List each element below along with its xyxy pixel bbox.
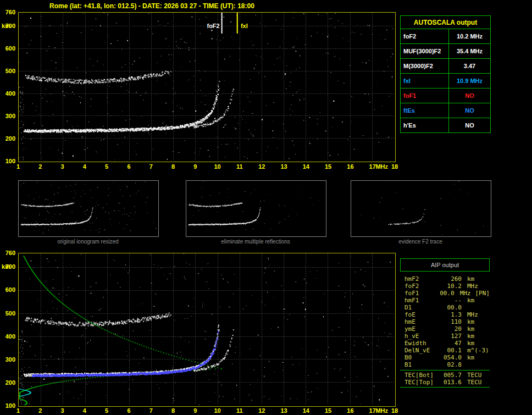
- x-tick: 13: [280, 164, 287, 170]
- param-unit: MHz: [460, 290, 471, 297]
- x-tick: 17: [369, 164, 376, 170]
- param-value: 00.0: [433, 290, 454, 297]
- x-tick: 15: [325, 408, 331, 414]
- y-tick: 400: [5, 333, 15, 339]
- param-extra: [PN]: [475, 290, 490, 297]
- x-tick: 16: [347, 164, 353, 170]
- param-label: B0: [404, 354, 437, 361]
- thumbnail-evidence-f2: [351, 180, 491, 237]
- main-plot-y-axis: 760 km 700 600 500 400 300 200 100: [0, 12, 17, 161]
- param-value: 260: [437, 275, 462, 283]
- aip-row: foF2 10.2 MHz: [404, 283, 490, 290]
- param-label: TEC[Bot]: [404, 372, 437, 379]
- x-tick: 9: [193, 164, 197, 170]
- thumbnail-caption: evidence F2 trace: [351, 239, 490, 245]
- param-unit: MHz: [467, 311, 478, 318]
- param-label: Ewidth: [404, 340, 437, 347]
- table-row: foF1 NO: [401, 88, 490, 103]
- y-tick: 200: [5, 135, 15, 141]
- param-label: hmF1: [404, 297, 437, 304]
- param-label: DelN_vE: [404, 347, 437, 354]
- param-value: 127: [437, 333, 462, 340]
- x-tick: 10: [214, 408, 221, 414]
- y-tick: 200: [5, 379, 15, 385]
- fxi-marker-label: fxI: [240, 23, 249, 30]
- y-tick: 760: [5, 9, 15, 15]
- param-value: NO: [449, 118, 490, 132]
- param-unit: MHz: [467, 283, 478, 290]
- aip-panel-title: AIP output: [400, 258, 490, 272]
- param-value: 1.3: [437, 311, 462, 318]
- thumbnail-evidence-canvas: [351, 181, 490, 235]
- param-unit: km: [467, 333, 474, 340]
- param-unit: m^(-3): [467, 347, 489, 354]
- x-tick: 5: [105, 408, 108, 414]
- x-tick: 11: [236, 408, 243, 414]
- param-value: --: [437, 297, 462, 304]
- thumbnail-original-canvas: [19, 181, 157, 235]
- aip-row: TEC[Top] 013.6 TECU: [404, 379, 490, 386]
- param-unit: TECU: [467, 372, 482, 379]
- param-value: 005.7: [437, 372, 462, 379]
- y-tick: 700: [5, 23, 15, 29]
- y-tick: 300: [5, 356, 15, 362]
- aip-separator: [400, 370, 490, 370]
- param-label: MUF(3000)F2: [401, 44, 449, 58]
- param-value: 054.0: [437, 354, 462, 361]
- param-value: NO: [449, 103, 490, 118]
- x-tick: 12: [258, 164, 265, 170]
- y-tick: 700: [5, 264, 15, 270]
- x-tick: 6: [127, 164, 130, 170]
- autoscala-screen: Rome (lat: +41.8, lon: 012.5) - DATE: 20…: [0, 0, 532, 415]
- param-unit: km: [467, 325, 474, 333]
- param-value: 00.0: [437, 304, 462, 311]
- x-tick: 12: [258, 408, 265, 414]
- y-tick: 300: [5, 113, 15, 119]
- x-tick: 17: [369, 408, 376, 414]
- param-value: 10.2: [437, 283, 462, 290]
- y-tick: 400: [5, 90, 15, 96]
- x-tick: 8: [171, 408, 175, 414]
- fof2-marker-label: foF2: [206, 23, 220, 30]
- aip-row: hmF2 260 km: [404, 275, 490, 283]
- thumbnail-caption: eliminate multiple reflections: [186, 239, 325, 245]
- param-unit: km: [467, 297, 474, 304]
- aip-row: hmE 110 km: [404, 318, 490, 325]
- x-tick: 18: [391, 164, 398, 170]
- param-label: hmE: [404, 318, 437, 325]
- x-tick: 4: [83, 408, 86, 414]
- x-tick: 5: [105, 164, 108, 170]
- aip-row: foF1 00.0 MHz [PN]: [404, 290, 490, 297]
- autoscala-output-panel: AUTOSCALA output foF2 10.2 MHz MUF(3000)…: [400, 15, 491, 133]
- profile-ionogram-plot: [18, 253, 396, 407]
- param-value: 02.8: [437, 361, 462, 368]
- param-value: 013.6: [437, 379, 462, 386]
- param-value: 3.47: [449, 59, 490, 73]
- aip-row: h_vE 127 km: [404, 333, 490, 340]
- main-ionogram-canvas: [19, 13, 394, 161]
- thumbnail-eliminate-canvas: [186, 181, 325, 235]
- main-ionogram-plot: foF2 fxI: [18, 12, 396, 162]
- x-tick: 8: [171, 164, 175, 170]
- aip-row: Ewidth 47 km: [404, 340, 490, 347]
- param-value: 47: [437, 340, 462, 347]
- x-tick: 11: [236, 164, 243, 170]
- param-label: hmF2: [404, 275, 437, 283]
- profile-ionogram-canvas: [19, 253, 394, 405]
- thumbnail-original-ionogram: [18, 180, 159, 237]
- table-row: h'Es NO: [401, 118, 490, 132]
- x-tick: 18: [391, 408, 398, 414]
- x-tick: 9: [193, 408, 197, 414]
- y-tick: 100: [5, 158, 15, 164]
- x-tick: 2: [38, 164, 42, 170]
- aip-row: D1 00.0: [404, 304, 490, 311]
- x-tick: 10: [214, 164, 221, 170]
- x-axis-unit: MHz: [375, 408, 388, 414]
- param-label: h'Es: [401, 118, 449, 132]
- x-tick: 3: [60, 164, 64, 170]
- param-unit: km: [467, 354, 474, 361]
- aip-bottom-border: [400, 387, 490, 388]
- param-unit: TECU: [467, 379, 482, 386]
- param-value: 10.2 MHz: [449, 29, 490, 43]
- table-row: foF2 10.2 MHz: [401, 29, 490, 44]
